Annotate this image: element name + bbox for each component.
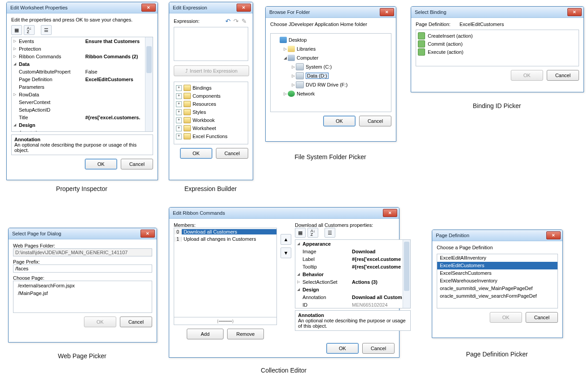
close-icon[interactable]: ✕ <box>140 230 155 238</box>
members-list[interactable]: 0Download all Customers1Upload all chang… <box>174 228 277 317</box>
property-row[interactable]: SetupActionID <box>12 106 153 113</box>
cancel-button[interactable]: Cancel <box>216 148 248 159</box>
cancel-button[interactable]: Cancel <box>121 159 153 169</box>
cancel-button[interactable]: Cancel <box>526 312 558 323</box>
categorized-icon[interactable]: ▦ <box>11 25 22 35</box>
ok-button[interactable]: OK <box>511 70 543 81</box>
move-up-button[interactable]: ▲ <box>281 234 291 245</box>
caption: Web Page Picker <box>8 352 156 360</box>
folder-item[interactable]: ▷System (C:) <box>272 62 389 71</box>
expression-input[interactable] <box>174 27 248 61</box>
property-row[interactable]: ▷Protection <box>12 45 153 52</box>
add-button[interactable]: Add <box>187 329 224 339</box>
property-row[interactable]: ImageDownload <box>295 247 410 255</box>
clear-icon[interactable]: ✎ <box>240 17 248 25</box>
tree-node[interactable]: +Bindings <box>176 84 246 92</box>
close-icon[interactable]: ✕ <box>237 4 251 12</box>
binding-item[interactable]: Execute (action) <box>418 48 577 56</box>
property-row[interactable]: IDMEN665102024 <box>295 301 410 308</box>
binding-item[interactable]: CreateInsert (action) <box>418 32 577 40</box>
folder-item[interactable]: ▷Libraries <box>272 44 389 53</box>
ok-button[interactable]: OK <box>84 317 116 327</box>
close-icon[interactable]: ✕ <box>380 8 394 16</box>
ok-button[interactable]: OK <box>180 148 212 159</box>
binding-list[interactable]: CreateInsert (action)Commit (action)Exec… <box>416 30 579 66</box>
property-row[interactable]: Label#{res['excel.custome <box>295 255 410 263</box>
property-row[interactable]: Parameters <box>12 83 153 91</box>
folder-item[interactable]: ▷DVD RW Drive (F:) <box>272 80 389 89</box>
member-row[interactable]: 1Upload all changes in Customers <box>174 235 276 243</box>
scrollbar[interactable] <box>145 37 153 131</box>
tree-node[interactable]: +Components <box>176 92 246 100</box>
lib-icon <box>288 46 295 52</box>
close-icon[interactable]: ✕ <box>383 209 397 217</box>
property-row[interactable]: Title#{res['excel.customers. <box>12 113 153 121</box>
categorized-icon[interactable]: ▦ <box>295 228 306 238</box>
page-def-list[interactable]: ExcelEditAllInventoryExcelEditCustomersE… <box>437 254 558 308</box>
member-row[interactable]: 0Download all Customers <box>174 228 276 235</box>
horizontal-scrollbar[interactable]: ⟨━━━━━⟩ <box>217 319 234 324</box>
tree-node[interactable]: +Styles <box>176 108 246 116</box>
prefix-input[interactable] <box>13 265 152 273</box>
property-row[interactable]: ◢Behavior <box>295 270 410 278</box>
page-list[interactable]: /external/searchForm.jspx/MainPage.jsf <box>13 281 152 313</box>
scrollbar[interactable] <box>403 240 410 308</box>
insert-button[interactable]: ⤴Insert Into Expression <box>174 65 249 76</box>
property-row[interactable]: ◢Appearance <box>295 240 410 247</box>
sort-az-icon[interactable]: A↓Z <box>307 228 318 238</box>
scrollbar[interactable] <box>272 98 389 143</box>
list-item[interactable]: ExcelEditCustomers <box>437 262 557 269</box>
cancel-button[interactable]: Cancel <box>120 317 152 327</box>
folder-item[interactable]: Desktop <box>272 35 389 44</box>
tree-node[interactable]: +Worksheet <box>176 124 246 132</box>
property-row[interactable]: ◢Design <box>295 286 410 293</box>
list-item[interactable]: ExcelWarehouseInventory <box>437 277 557 285</box>
property-row[interactable]: ▷EventsEnsure that Customers <box>12 37 153 45</box>
property-toolbar: ▦ A↓Z ☰ <box>295 228 411 238</box>
move-down-button[interactable]: ▼ <box>281 247 291 258</box>
property-row[interactable]: Page DefinitionExcelEditCustomers <box>12 75 153 83</box>
binding-item[interactable]: Commit (action) <box>418 40 577 48</box>
list-item[interactable]: ExcelSearchCustomers <box>437 269 557 277</box>
property-grid[interactable]: ▷EventsEnsure that Customers▷Protection▷… <box>11 37 153 132</box>
list-item[interactable]: ExcelEditAllInventory <box>437 254 557 262</box>
property-row[interactable]: ◢Design <box>12 121 153 129</box>
property-row[interactable]: Annotation <box>12 129 153 132</box>
tree-node[interactable]: +Excel Functions <box>176 132 246 140</box>
property-row[interactable]: CustomAttributePropertFalse <box>12 68 153 75</box>
property-pages-icon[interactable]: ☰ <box>325 228 335 238</box>
tree-node[interactable]: +Resources <box>176 100 246 108</box>
property-pages-icon[interactable]: ☰ <box>41 25 52 35</box>
property-row[interactable]: AnnotationDownload all Custom <box>295 293 410 301</box>
list-item[interactable]: oracle_summitdi_view_MainPagePageDef <box>437 285 557 292</box>
list-item[interactable]: /MainPage.jsf <box>15 290 150 297</box>
list-item[interactable]: oracle_summitdi_view_searchFormPageDef <box>437 292 557 300</box>
drive-icon <box>296 81 304 88</box>
close-icon[interactable]: ✕ <box>141 4 156 12</box>
folder-tree[interactable]: Desktop▷Libraries◢Computer▷System (C:)▷D… <box>270 33 391 112</box>
property-row[interactable]: ▷Ribbon CommandsRibbon Commands (2) <box>12 52 153 60</box>
cancel-button[interactable]: Cancel <box>547 70 579 81</box>
close-icon[interactable]: ✕ <box>567 8 582 16</box>
list-item[interactable]: /external/searchForm.jspx <box>15 282 150 290</box>
property-row[interactable]: ServerContext <box>12 98 153 106</box>
close-icon[interactable]: ✕ <box>546 231 561 239</box>
property-row[interactable]: ▷RowData <box>12 91 153 98</box>
property-grid[interactable]: ◢AppearanceImageDownloadLabel#{res['exce… <box>295 239 411 308</box>
folder-item[interactable]: ◢Computer <box>272 53 389 62</box>
ok-button[interactable]: OK <box>490 312 522 323</box>
property-row[interactable]: ▷SelectActionSetActions (3) <box>295 278 410 286</box>
tree-node[interactable]: +Workbook <box>176 116 246 124</box>
property-row[interactable]: Tooltip#{res['excel.custome <box>295 263 410 270</box>
ok-button[interactable]: OK <box>85 159 117 169</box>
folder-item[interactable]: ▷Network <box>272 89 389 98</box>
folder-item[interactable]: ▷Data (D:) <box>272 71 389 80</box>
undo-icon[interactable]: ↶ <box>224 17 232 25</box>
sort-az-icon[interactable]: A↓Z <box>24 25 35 35</box>
property-row[interactable]: ◢Data <box>12 60 153 68</box>
ok-button[interactable]: OK <box>326 343 359 354</box>
remove-button[interactable]: Remove <box>227 329 264 339</box>
cancel-button[interactable]: Cancel <box>362 343 395 354</box>
redo-icon[interactable]: ↷ <box>232 17 240 25</box>
expression-tree[interactable]: +Bindings+Components+Resources+Styles+Wo… <box>174 82 248 144</box>
